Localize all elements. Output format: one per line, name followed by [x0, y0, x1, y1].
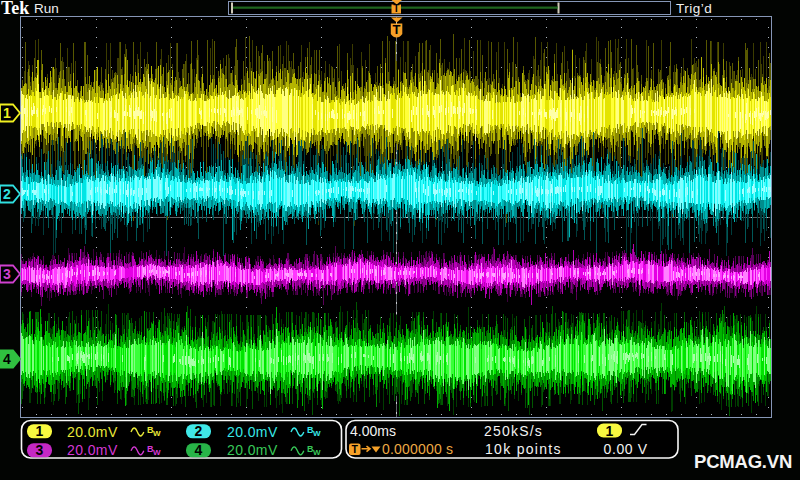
svg-text:4: 4 [195, 442, 203, 458]
svg-text:1: 1 [3, 105, 11, 121]
svg-text:W: W [313, 448, 321, 457]
svg-text:W: W [153, 448, 161, 457]
svg-text:T: T [352, 443, 359, 455]
svg-text:W: W [313, 429, 321, 438]
svg-text:3: 3 [3, 266, 11, 282]
svg-text:2: 2 [3, 186, 11, 202]
svg-text:W: W [153, 429, 161, 438]
svg-text:3: 3 [36, 442, 44, 458]
svg-text:0.00 V: 0.00 V [604, 441, 648, 457]
svg-text:PCMAG.VN: PCMAG.VN [694, 451, 792, 472]
svg-text:1: 1 [606, 423, 614, 439]
svg-text:20.0mV: 20.0mV [67, 442, 118, 458]
svg-text:T: T [393, 22, 401, 37]
svg-text:2: 2 [195, 423, 203, 439]
svg-text:1: 1 [36, 423, 44, 439]
svg-text:Trig’d: Trig’d [676, 1, 712, 16]
svg-text:20.0mV: 20.0mV [67, 424, 118, 440]
svg-text:20.0mV: 20.0mV [227, 424, 278, 440]
svg-text:250kS/s: 250kS/s [484, 423, 543, 439]
svg-text:10k points: 10k points [485, 441, 562, 457]
svg-text:4: 4 [3, 351, 11, 367]
svg-text:4.00ms: 4.00ms [350, 423, 396, 439]
svg-text:Tek: Tek [1, 0, 29, 18]
svg-text:0.000000 s: 0.000000 s [382, 441, 453, 457]
svg-text:20.0mV: 20.0mV [227, 442, 278, 458]
svg-text:T: T [393, 3, 399, 14]
svg-text:Run: Run [34, 1, 59, 16]
